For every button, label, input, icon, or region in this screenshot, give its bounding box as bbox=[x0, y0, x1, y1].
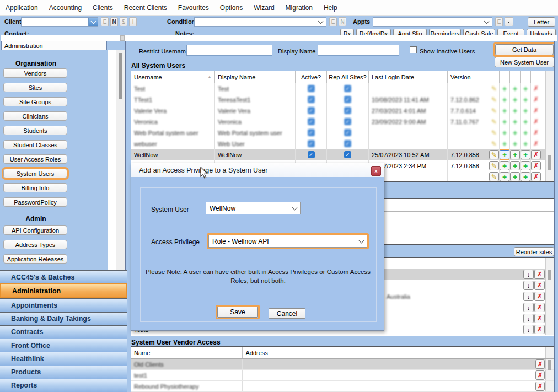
table-row[interactable]: VeronicaVeronica✓✓23/09/2022 9:00 AM7.11… bbox=[131, 116, 554, 127]
delete-x-icon[interactable]: ✗ bbox=[531, 128, 541, 137]
accordion-section-contracts[interactable]: Contracts bbox=[0, 325, 127, 339]
column-header-name[interactable]: Name bbox=[131, 347, 243, 358]
add-privilege-icon[interactable]: + bbox=[500, 106, 509, 115]
users-table-scrollbar[interactable] bbox=[545, 127, 554, 138]
menu-item-clients[interactable]: Clients bbox=[87, 0, 119, 15]
add-site-icon[interactable]: + bbox=[510, 161, 520, 170]
conditions-combobox[interactable] bbox=[194, 17, 326, 27]
sidebar-item-passwordpolicy[interactable]: PasswordPolicy bbox=[3, 197, 67, 207]
accordion-section-front-office[interactable]: Front Office bbox=[0, 339, 127, 352]
add-vendor-icon[interactable]: + bbox=[521, 84, 530, 93]
add-vendor-icon[interactable]: + bbox=[521, 150, 530, 159]
add-vendor-icon[interactable]: + bbox=[521, 128, 530, 137]
add-privilege-icon[interactable]: + bbox=[500, 172, 509, 181]
vendor-table-scrollbar[interactable] bbox=[545, 381, 554, 391]
delete-x-icon[interactable]: ✗ bbox=[534, 270, 545, 279]
users-table-scrollbar[interactable] bbox=[545, 83, 554, 94]
menu-item-migration[interactable]: Migration bbox=[280, 0, 318, 15]
edit-pencil-icon[interactable]: ✎ bbox=[489, 117, 499, 126]
delete-x-icon[interactable]: ✗ bbox=[534, 303, 545, 312]
move-down-icon[interactable]: ↓ bbox=[523, 281, 534, 290]
sidebar-item-student-classes[interactable]: Student Classes bbox=[3, 140, 67, 149]
sites-table-scrollbar[interactable] bbox=[545, 258, 554, 269]
delete-x-icon[interactable]: ✗ bbox=[531, 150, 541, 159]
menu-item-options[interactable]: Options bbox=[214, 0, 248, 15]
move-down-icon[interactable]: ↓ bbox=[523, 314, 534, 323]
delete-x-icon[interactable]: ✗ bbox=[534, 292, 545, 301]
client-button-e[interactable]: E bbox=[101, 17, 109, 26]
add-privilege-icon[interactable]: + bbox=[500, 161, 509, 170]
edit-pencil-icon[interactable]: ✎ bbox=[489, 84, 499, 93]
accordion-section-healthlink[interactable]: Healthlink bbox=[0, 352, 127, 365]
column-header-active-[interactable]: Active? bbox=[296, 71, 327, 83]
client-dropdown-button[interactable] bbox=[88, 18, 98, 26]
appts-combobox[interactable] bbox=[373, 17, 492, 27]
menu-item-wizard[interactable]: Wizard bbox=[248, 0, 280, 15]
users-table-scrollbar[interactable] bbox=[545, 171, 554, 182]
letter-button[interactable]: Letter bbox=[528, 17, 555, 27]
menu-item-help[interactable]: Help bbox=[318, 0, 343, 15]
checkbox-checked-icon[interactable]: ✓ bbox=[344, 151, 351, 158]
column-header-version[interactable]: Version bbox=[448, 71, 489, 83]
delete-x-icon[interactable]: ✗ bbox=[534, 281, 545, 290]
access-privilege-dropdown[interactable]: Role - Wellnow API bbox=[208, 235, 367, 248]
column-header-rep-all-sites-[interactable]: Rep All Sites? bbox=[327, 71, 369, 83]
move-down-icon[interactable]: ↓ bbox=[523, 303, 534, 312]
move-down-icon[interactable]: ↓ bbox=[523, 270, 534, 279]
checkbox-checked-icon[interactable]: ✓ bbox=[344, 85, 351, 92]
add-vendor-icon[interactable]: + bbox=[521, 139, 530, 148]
move-down-icon[interactable]: ↓ bbox=[523, 292, 534, 301]
menu-item-application[interactable]: Application bbox=[0, 0, 44, 15]
show-inactive-checkbox[interactable] bbox=[410, 46, 417, 53]
edit-pencil-icon[interactable]: ✎ bbox=[489, 161, 499, 170]
sidebar-item-sites[interactable]: Sites bbox=[3, 83, 67, 92]
delete-x-icon[interactable]: ✗ bbox=[534, 314, 545, 323]
add-privilege-icon[interactable]: + bbox=[500, 150, 509, 159]
conditions-button-n[interactable]: N bbox=[339, 17, 346, 26]
delete-x-icon[interactable]: ✗ bbox=[531, 172, 541, 181]
restrict-username-input[interactable] bbox=[186, 45, 272, 56]
checkbox-checked-icon[interactable]: ✓ bbox=[308, 129, 315, 136]
delete-x-icon[interactable]: ✗ bbox=[535, 370, 545, 380]
column-header-last-login-date[interactable]: Last Login Date bbox=[369, 71, 448, 83]
table-row[interactable]: Valerie VeraValerie Vera✓✓27/03/2021 4:0… bbox=[131, 105, 554, 116]
add-site-icon[interactable]: + bbox=[510, 95, 520, 104]
accordion-section-administration[interactable]: Administration bbox=[0, 283, 127, 298]
delete-x-icon[interactable]: ✗ bbox=[531, 106, 541, 115]
table-row[interactable]: Rebound Physiotherapy✗ bbox=[131, 381, 554, 392]
checkbox-checked-icon[interactable]: ✓ bbox=[308, 118, 315, 125]
edit-pencil-icon[interactable]: ✎ bbox=[489, 172, 499, 181]
edit-pencil-icon[interactable]: ✎ bbox=[489, 139, 499, 148]
reorder-sites-button[interactable]: Reorder sites bbox=[514, 247, 554, 256]
table-row[interactable]: Web Portal system userWeb Portal system … bbox=[131, 127, 554, 138]
edit-pencil-icon[interactable]: ✎ bbox=[489, 95, 499, 104]
checkbox-checked-icon[interactable]: ✓ bbox=[344, 140, 351, 147]
accordion-section-appointments[interactable]: Appointments bbox=[0, 298, 127, 312]
sidebar-item-vendors[interactable]: Vendors bbox=[3, 68, 67, 78]
sidebar-item-api-configuration[interactable]: API Configuration bbox=[3, 225, 67, 235]
save-button[interactable]: Save bbox=[217, 307, 258, 318]
users-table-scrollbar[interactable] bbox=[545, 138, 554, 149]
accordion-section-products[interactable]: Products bbox=[0, 366, 127, 379]
users-table-scrollbar[interactable] bbox=[545, 116, 554, 127]
table-row[interactable]: WellNowWellNow✓✓25/07/2023 10:52 AM7.12.… bbox=[131, 149, 554, 160]
appts-button-e[interactable]: E bbox=[495, 17, 503, 26]
menu-item-recent-clients[interactable]: Recent Clients bbox=[119, 0, 173, 15]
add-privilege-icon[interactable]: + bbox=[500, 117, 509, 126]
display-name-input[interactable] bbox=[318, 45, 399, 56]
users-table-scrollbar[interactable] bbox=[545, 105, 554, 116]
dialog-close-button[interactable]: x bbox=[371, 166, 381, 176]
vendor-table-scrollbar[interactable] bbox=[545, 370, 554, 380]
menu-item-accounting[interactable]: Accounting bbox=[44, 0, 87, 15]
new-system-user-button[interactable]: New System User bbox=[495, 57, 554, 67]
delete-x-icon[interactable]: ✗ bbox=[534, 325, 545, 334]
sites-table-scrollbar[interactable] bbox=[545, 324, 554, 335]
add-site-icon[interactable]: + bbox=[510, 139, 520, 148]
users-table-scrollbar[interactable] bbox=[545, 94, 554, 105]
delete-x-icon[interactable]: ✗ bbox=[535, 359, 545, 369]
cancel-button[interactable]: Cancel bbox=[269, 308, 305, 319]
add-vendor-icon[interactable]: + bbox=[521, 117, 530, 126]
table-row[interactable]: test1✗ bbox=[131, 370, 554, 381]
delete-x-icon[interactable]: ✗ bbox=[535, 382, 545, 391]
delete-x-icon[interactable]: ✗ bbox=[531, 139, 541, 148]
